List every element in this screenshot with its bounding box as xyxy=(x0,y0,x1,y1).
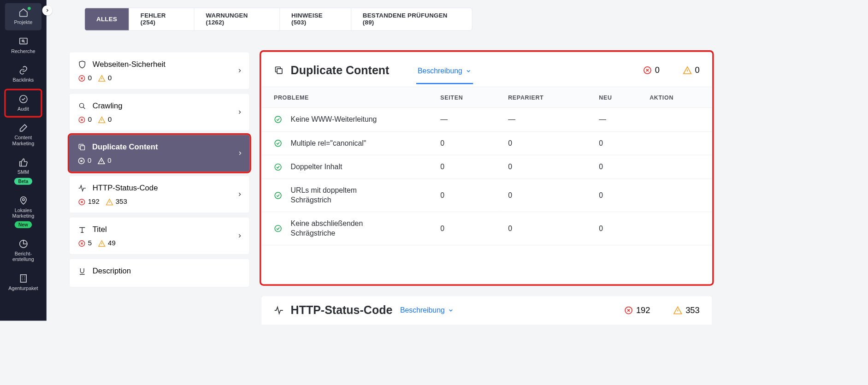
nav-bericht[interactable]: Bericht-erstellung xyxy=(5,234,41,267)
cell-repariert: 0 xyxy=(500,155,591,178)
error-icon xyxy=(643,65,652,75)
home-icon xyxy=(18,8,29,18)
cell-aktion xyxy=(642,131,712,155)
table-row[interactable]: Multiple rel="canonical"000 xyxy=(261,131,712,155)
svg-rect-13 xyxy=(277,69,282,74)
nav-backlinks[interactable]: Backlinks xyxy=(5,61,41,88)
cell-seiten: — xyxy=(433,108,501,131)
detail-panel-duplicate-content: Duplicate Content Beschreibung 0 0 PROBL… xyxy=(261,52,712,284)
header-warning-count: 353 xyxy=(673,305,699,315)
svg-point-17 xyxy=(275,164,281,170)
category-crawling[interactable]: Crawling 0 0 xyxy=(69,93,250,131)
category-title: Webseiten-Sicherheit xyxy=(93,60,165,69)
problem-text: Keine abschließenden Schrägstriche xyxy=(291,219,391,238)
tab-warnungen[interactable]: WARNUNGEN (1262) xyxy=(195,8,280,30)
detail-panel-http-status-code: HTTP-Status-Code Beschreibung 192 353 xyxy=(261,296,712,324)
table-row[interactable]: Keine WWW-Weiterleitung——— xyxy=(261,108,712,131)
map-pin-icon xyxy=(18,195,29,206)
nav-agenturpaket[interactable]: Agenturpaket xyxy=(5,269,41,296)
category-title: Duplicate Content xyxy=(92,142,158,151)
tab-label: ALLES xyxy=(96,16,117,23)
error-count: 5 xyxy=(88,239,92,247)
tab-alles[interactable]: ALLES xyxy=(85,8,129,30)
nav-lokales-marketing[interactable]: Lokales Marketing New xyxy=(5,191,41,233)
type-icon xyxy=(78,225,86,234)
check-circle-icon xyxy=(274,191,282,200)
cell-aktion xyxy=(642,212,712,245)
nav-label: SMM xyxy=(18,170,29,175)
error-icon xyxy=(624,306,633,315)
tab-bestandene[interactable]: BESTANDENE PRÜFUNGEN (89) xyxy=(351,8,472,30)
nav-content-marketing[interactable]: Content Marketing xyxy=(5,118,41,151)
nav-smm[interactable]: SMM Beta xyxy=(5,153,41,189)
svg-point-16 xyxy=(275,140,281,147)
svg-point-19 xyxy=(275,225,281,232)
cell-seiten: 0 xyxy=(433,155,501,178)
nav-label: Audit xyxy=(18,107,29,112)
category-description[interactable]: Description xyxy=(69,259,250,287)
nav-label: Projekte xyxy=(14,20,33,25)
tab-label: HINWEISE (503) xyxy=(291,12,339,26)
cell-repariert: — xyxy=(500,108,591,131)
nav-label: Bericht-erstellung xyxy=(6,251,40,263)
table-row[interactable]: Keine abschließenden Schrägstriche000 xyxy=(261,212,712,245)
detail-title-text: HTTP-Status-Code xyxy=(291,304,393,317)
chevron-right-icon xyxy=(237,109,242,115)
nav-label: Content Marketing xyxy=(6,135,40,147)
filter-tabs: ALLES FEHLER (254) WARNUNGEN (1262) HINW… xyxy=(84,8,472,31)
category-http-status-code[interactable]: HTTP-Status-Code 192 353 xyxy=(69,176,250,213)
error-icon xyxy=(78,74,86,82)
warning-icon xyxy=(98,239,106,247)
warning-count: 49 xyxy=(108,239,116,247)
warning-count: 353 xyxy=(116,198,127,206)
category-webseiten-sicherheit[interactable]: Webseiten-Sicherheit 0 0 xyxy=(69,52,250,89)
tab-fehler[interactable]: FEHLER (254) xyxy=(129,8,195,30)
pie-chart-icon xyxy=(18,239,29,249)
category-titel[interactable]: Titel 5 49 xyxy=(69,217,250,255)
svg-point-3 xyxy=(22,198,24,201)
table-row[interactable]: Doppelter Inhalt000 xyxy=(261,155,712,178)
status-dot-icon xyxy=(28,7,31,10)
chevron-right-icon xyxy=(237,68,242,73)
category-duplicate-content[interactable]: Duplicate Content 0 0 xyxy=(69,135,250,172)
table-row[interactable]: URLs mit doppeltem Schrägstrich000 xyxy=(261,179,712,212)
cell-neu: 0 xyxy=(591,131,642,155)
activity-icon xyxy=(78,184,86,192)
svg-point-18 xyxy=(275,192,281,199)
check-circle-icon xyxy=(18,94,29,104)
warning-icon xyxy=(98,116,106,124)
nav-label: Backlinks xyxy=(13,77,34,83)
shield-icon xyxy=(78,60,86,68)
description-tab-label: Beschreibung xyxy=(418,67,462,75)
warning-icon xyxy=(673,306,682,315)
nav-recherche[interactable]: Recherche xyxy=(5,32,41,59)
tab-label: BESTANDENE PRÜFUNGEN (89) xyxy=(363,12,461,26)
description-tab[interactable]: Beschreibung xyxy=(416,58,473,84)
nav-sidebar: Projekte Recherche Backlinks Audit Conte… xyxy=(0,0,47,321)
nav-projekte[interactable]: Projekte xyxy=(5,3,41,30)
chevron-right-icon xyxy=(45,8,49,12)
error-count: 0 xyxy=(88,157,91,165)
svg-rect-0 xyxy=(19,38,27,44)
col-repariert: REPARIERT xyxy=(500,87,591,108)
chevron-right-icon xyxy=(237,233,242,239)
col-aktion: AKTION xyxy=(642,87,712,108)
copy-icon xyxy=(77,142,86,151)
tab-hinweise[interactable]: HINWEISE (503) xyxy=(280,8,351,30)
nav-audit[interactable]: Audit xyxy=(5,89,41,117)
new-badge: New xyxy=(15,221,32,228)
sidebar-expand-toggle[interactable] xyxy=(42,6,53,16)
cell-aktion xyxy=(642,179,712,212)
category-title: Titel xyxy=(93,225,107,234)
cell-neu: 0 xyxy=(591,212,642,245)
svg-point-15 xyxy=(275,116,281,123)
description-tab[interactable]: Beschreibung xyxy=(400,306,454,314)
search-icon xyxy=(78,101,86,110)
error-icon xyxy=(78,198,86,206)
col-seiten: SEITEN xyxy=(433,87,501,108)
tab-label: FEHLER (254) xyxy=(141,12,183,26)
warning-icon xyxy=(98,157,106,165)
nav-label: Agenturpaket xyxy=(8,286,38,291)
cell-aktion xyxy=(642,155,712,178)
svg-point-7 xyxy=(80,103,84,107)
